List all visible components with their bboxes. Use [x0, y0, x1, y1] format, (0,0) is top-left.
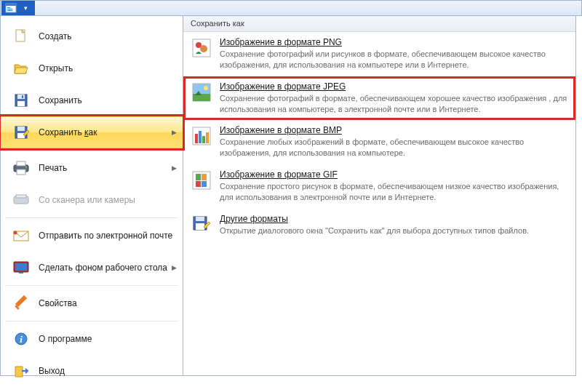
chevron-down-icon: ▾: [24, 4, 28, 12]
save-as-icon: [11, 124, 31, 141]
svg-rect-44: [196, 223, 204, 230]
gif-icon: [191, 169, 212, 191]
format-text: Изображение в формате BMP Сохранение люб…: [220, 125, 568, 159]
menu-separator: [5, 285, 178, 286]
format-item-jpeg[interactable]: Изображение в формате JPEG Сохранение фо…: [183, 76, 575, 121]
svg-rect-43: [196, 217, 204, 221]
format-item-png[interactable]: Изображение в формате PNG Сохранение фот…: [183, 32, 575, 76]
format-desc: Открытие диалогового окна "Сохранить как…: [220, 225, 568, 236]
wallpaper-icon: [11, 259, 31, 276]
new-icon: [11, 28, 31, 45]
format-title: Изображение в формате JPEG: [220, 81, 568, 92]
chevron-right-icon: ▶: [172, 164, 177, 172]
menu-item-open[interactable]: Открыть: [1, 52, 183, 84]
svg-point-28: [200, 45, 207, 52]
properties-icon: [11, 295, 31, 312]
format-text: Изображение в формате PNG Сохранение фот…: [220, 37, 568, 71]
menu-item-wallpaper[interactable]: Сделать фоном рабочего стола ▶: [1, 252, 183, 284]
svg-rect-15: [17, 169, 25, 175]
svg-rect-39: [202, 174, 207, 180]
format-item-gif[interactable]: Изображение в формате GIF Сохранение про…: [183, 164, 575, 209]
svg-rect-11: [17, 127, 25, 131]
menu-separator: [5, 217, 178, 218]
other-formats-icon: [191, 214, 212, 236]
png-icon: [191, 37, 212, 59]
save-icon: [11, 92, 31, 109]
info-icon: i: [11, 330, 31, 348]
svg-rect-4: [7, 10, 12, 11]
svg-rect-41: [202, 181, 207, 187]
menu-item-about[interactable]: i О программе: [1, 323, 183, 355]
format-title: Изображение в формате BMP: [220, 125, 568, 135]
menu-separator: [5, 321, 178, 321]
menu-item-print[interactable]: Печать ▶: [1, 152, 183, 184]
svg-rect-34: [199, 131, 202, 143]
format-title: Другие форматы: [220, 214, 568, 224]
menu-item-exit[interactable]: Выход: [1, 355, 183, 387]
svg-rect-18: [16, 195, 26, 198]
svg-point-16: [25, 167, 27, 168]
svg-rect-36: [206, 132, 209, 143]
svg-rect-1: [6, 4, 16, 6]
svg-rect-3: [7, 9, 12, 9]
qat-customize-button[interactable]: ▾: [18, 1, 33, 15]
jpeg-icon: [191, 81, 212, 103]
format-text: Другие форматы Открытие диалогового окна…: [220, 214, 568, 236]
menu-item-save[interactable]: Сохранить: [1, 84, 183, 116]
menu-item-scanner: Со сканера или камеры: [1, 184, 183, 216]
format-title: Изображение в формате GIF: [220, 169, 568, 180]
titlebar: ▾: [0, 0, 582, 16]
scanner-icon: [11, 191, 31, 209]
menu-item-save-as[interactable]: Сохранить как ▶: [1, 116, 183, 148]
print-icon: [11, 159, 31, 177]
format-desc: Сохранение фотографий или рисунков в фор…: [220, 49, 568, 71]
format-item-other[interactable]: Другие форматы Открытие диалогового окна…: [183, 209, 575, 242]
svg-rect-22: [15, 263, 27, 271]
svg-rect-7: [17, 95, 25, 99]
format-text: Изображение в формате GIF Сохранение про…: [220, 169, 568, 203]
svg-rect-33: [195, 134, 198, 143]
exit-icon: [11, 362, 31, 380]
format-desc: Сохранение простого рисунок в формате, о…: [220, 181, 568, 203]
menu-separator: [5, 150, 178, 151]
menu-item-label: Со сканера или камеры: [39, 195, 135, 205]
email-icon: [11, 227, 31, 244]
app-menu-button[interactable]: [4, 1, 18, 15]
format-item-bmp[interactable]: Изображение в формате BMP Сохранение люб…: [183, 120, 575, 164]
format-text: Изображение в формате JPEG Сохранение фо…: [220, 81, 568, 115]
file-menu-left: Создать Открыть Сохранить Сохранить как …: [0, 16, 183, 376]
menu-item-properties[interactable]: Свойства: [1, 287, 183, 319]
chevron-right-icon: ▶: [172, 264, 177, 271]
format-desc: Сохранение любых изображений в формате, …: [220, 137, 568, 159]
chevron-right-icon: ▶: [172, 129, 177, 136]
svg-rect-9: [22, 95, 23, 98]
menu-item-label: О программе: [39, 334, 92, 344]
svg-rect-23: [19, 272, 23, 273]
svg-point-31: [204, 86, 208, 90]
svg-point-20: [14, 231, 17, 235]
svg-rect-8: [17, 101, 25, 106]
svg-rect-40: [196, 181, 201, 187]
format-title: Изображение в формате PNG: [220, 37, 568, 47]
svg-rect-14: [17, 161, 25, 166]
format-desc: Сохранение фотографий в формате, обеспеч…: [220, 93, 568, 115]
menu-item-label: Сохранить: [39, 95, 82, 105]
menu-item-label: Сделать фоном рабочего стола: [39, 263, 167, 273]
bmp-icon: [191, 125, 212, 147]
menu-item-email[interactable]: Отправить по электронной почте: [1, 220, 183, 252]
save-as-submenu: Сохранить как Изображение в формате PNG …: [183, 16, 576, 376]
menu-item-label: Выход: [39, 366, 65, 376]
file-menu-dropdown: Создать Открыть Сохранить Сохранить как …: [0, 16, 576, 376]
svg-text:i: i: [20, 334, 23, 345]
menu-item-new[interactable]: Создать: [1, 20, 183, 52]
menu-item-label: Открыть: [39, 63, 73, 73]
file-menu-icon: [5, 3, 17, 13]
quick-access-toolbar: ▾: [1, 1, 35, 15]
menu-item-label: Сохранить как: [39, 127, 97, 137]
menu-item-label: Создать: [39, 31, 72, 41]
svg-rect-38: [196, 174, 201, 180]
menu-item-label: Свойства: [39, 298, 77, 308]
svg-rect-2: [7, 7, 10, 8]
menu-item-label: Печать: [39, 163, 67, 173]
svg-rect-35: [202, 136, 205, 143]
